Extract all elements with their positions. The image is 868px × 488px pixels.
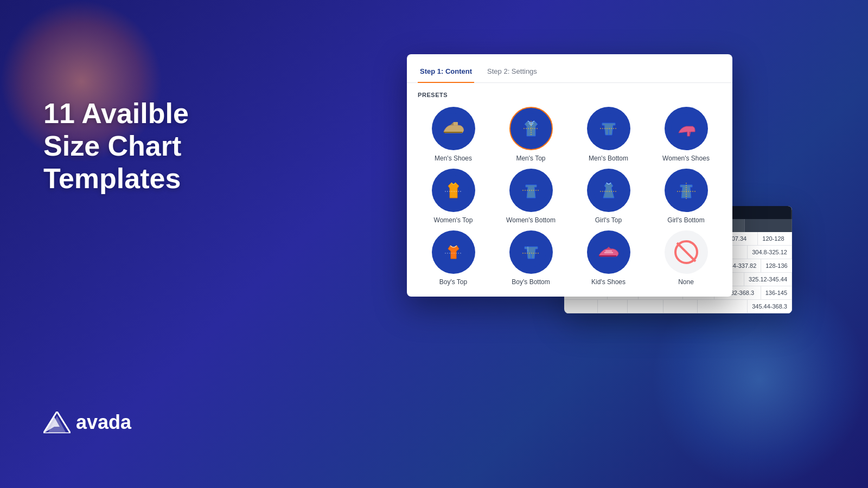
preset-icon-kids-shoes <box>587 230 630 274</box>
preset-label-womens-shoes: Women's Shoes <box>662 155 710 162</box>
tab-settings[interactable]: Step 2: Settings <box>485 63 539 83</box>
subh-empty4 <box>745 219 792 232</box>
th-empty <box>792 206 792 219</box>
preset-mens-top[interactable]: Men's Top <box>495 107 566 162</box>
preset-womens-bottom[interactable]: Women's Bottom <box>495 169 566 224</box>
avada-logo-icon <box>43 412 71 433</box>
preset-label-mens-bottom: Men's Bottom <box>589 155 628 162</box>
td-xxxxlarge-col5: 136-145 <box>761 286 792 300</box>
preset-womens-shoes[interactable]: Women's Shoes <box>650 107 722 162</box>
td3-empty3 <box>628 300 663 313</box>
td-xxxlarge-col6: 325.12-345.44 <box>744 273 792 286</box>
preset-womens-top[interactable]: Women's Top <box>418 169 489 224</box>
preset-mens-bottom[interactable]: Men's Bottom <box>573 107 644 162</box>
preset-label-boys-bottom: Boy's Bottom <box>512 278 550 286</box>
preset-icon-womens-bottom <box>509 169 553 212</box>
td3-empty4 <box>663 300 697 313</box>
preset-icon-womens-top <box>432 169 475 212</box>
hero-title-line2: Size Chart <box>43 130 181 162</box>
td-xxxxlarge-col6: 345.44-368.3 <box>748 300 792 313</box>
td-xxxlarge-col5: 128-136 <box>761 259 792 273</box>
preset-girls-top[interactable]: Girl's Top <box>573 169 644 224</box>
td3-empty2 <box>598 300 628 313</box>
preset-icon-girls-top <box>587 169 630 212</box>
td3-empty <box>564 300 598 313</box>
presets-section: PRESETS Men's Shoes <box>407 83 732 297</box>
td3-empty5 <box>698 300 748 313</box>
td-xxlarge-col5: 120-128 <box>758 232 792 246</box>
tabs-bar: Step 1: Content Step 2: Settings <box>407 54 732 83</box>
preset-label-womens-top: Women's Top <box>434 216 473 224</box>
avada-logo: avada <box>43 411 131 434</box>
preset-label-boys-top: Boy's Top <box>439 278 467 286</box>
td-xxlarge-col6: 304.8-325.12 <box>748 246 792 259</box>
preset-label-mens-shoes: Men's Shoes <box>435 155 472 162</box>
table-row-xxxxlarge-extra: 345.44-368.3 <box>564 300 792 313</box>
preset-icon-mens-shoes <box>432 107 475 150</box>
svg-rect-4 <box>454 122 458 125</box>
ui-container: Step 1: Content Step 2: Settings PRESETS <box>407 54 760 297</box>
hero-text: 11 Availble Size Chart Templates <box>43 98 189 195</box>
hero-title-line1: 11 Availble <box>43 98 189 129</box>
preset-icon-boys-bottom <box>509 230 553 274</box>
preset-label-girls-bottom: Girl's Bottom <box>667 216 704 224</box>
preset-label-girls-top: Girl's Top <box>595 216 622 224</box>
preset-icon-boys-top <box>432 230 475 274</box>
preset-none[interactable]: None <box>650 230 722 286</box>
hero-title-line3: Templates <box>43 163 181 194</box>
preset-icon-mens-bottom <box>587 107 630 150</box>
svg-line-29 <box>677 243 695 261</box>
preset-icon-girls-bottom <box>665 169 708 212</box>
presets-label: PRESETS <box>418 92 722 98</box>
preset-boys-top[interactable]: Boy's Top <box>418 230 489 286</box>
preset-mens-shoes[interactable]: Men's Shoes <box>418 107 489 162</box>
preset-kids-shoes[interactable]: Kid's Shoes <box>573 230 644 286</box>
preset-label-mens-top: Men's Top <box>516 155 545 162</box>
preset-label-kids-shoes: Kid's Shoes <box>591 278 626 286</box>
preset-icon-none <box>665 230 708 274</box>
preset-label-none: None <box>678 278 694 286</box>
preset-boys-bottom[interactable]: Boy's Bottom <box>495 230 566 286</box>
preset-icon-mens-top <box>509 107 553 150</box>
preset-label-womens-bottom: Women's Bottom <box>506 216 556 224</box>
preset-icon-womens-shoes <box>665 107 708 150</box>
preset-girls-bottom[interactable]: Girl's Bottom <box>650 169 722 224</box>
preset-card: Step 1: Content Step 2: Settings PRESETS <box>407 54 732 297</box>
tab-content[interactable]: Step 1: Content <box>418 63 474 83</box>
avada-logo-text: avada <box>76 411 131 434</box>
presets-grid: Men's Shoes <box>418 107 722 286</box>
